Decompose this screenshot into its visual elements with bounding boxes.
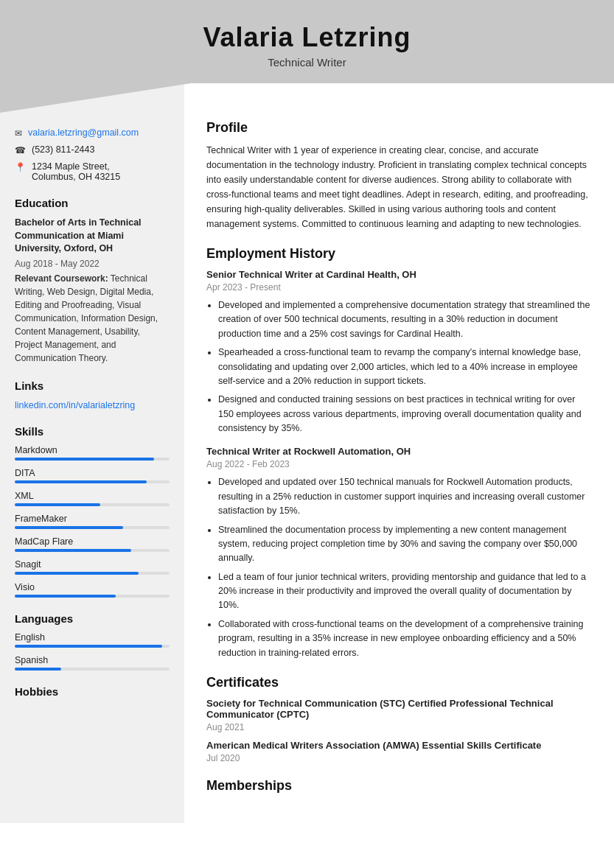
job-title: Technical Writer at Rockwell Automation,…: [206, 446, 592, 457]
education-title: Education: [15, 197, 170, 209]
certificates-section-title: Certificates: [206, 675, 592, 690]
skills-section: Skills Markdown DITA XML FrameMaker MadC…: [15, 425, 170, 598]
skill-bar-fill: [15, 458, 154, 461]
skill-bar-bg: [15, 595, 170, 598]
skill-item: DITA: [15, 468, 170, 483]
edu-degree: Bachelor of Arts in Technical Communicat…: [15, 217, 170, 256]
skill-bar-bg: [15, 572, 170, 575]
language-name: English: [15, 632, 170, 643]
cert-item: Society for Technical Communication (STC…: [206, 698, 592, 732]
bullet-item: Designed and conducted training sessions…: [218, 393, 592, 435]
phone-item: ☎ (523) 811-2443: [15, 144, 170, 155]
skill-item: Markdown: [15, 445, 170, 461]
job-date: Aug 2022 - Feb 2023: [206, 459, 592, 469]
address-text: 1234 Maple Street, Columbus, OH 43215: [32, 161, 120, 182]
job-item: Senior Technical Writer at Cardinal Heal…: [206, 269, 592, 435]
cert-date: Aug 2021: [206, 722, 592, 732]
language-item: Spanish: [15, 655, 170, 671]
email-icon: ✉: [15, 128, 22, 139]
jobs-list: Senior Technical Writer at Cardinal Heal…: [206, 269, 592, 660]
memberships-section-title: Memberships: [206, 778, 592, 794]
skill-item: XML: [15, 491, 170, 506]
language-bar-fill: [15, 668, 61, 671]
location-icon: 📍: [15, 162, 26, 172]
employment-section-title: Employment History: [206, 246, 592, 262]
contact-section: ✉ valaria.letzring@gmail.com ☎ (523) 811…: [15, 127, 170, 182]
skill-item: Visio: [15, 582, 170, 598]
skill-bar-fill: [15, 595, 116, 598]
edu-coursework: Relevant Coursework: Technical Writing, …: [15, 272, 170, 365]
main-layout: ✉ valaria.letzring@gmail.com ☎ (523) 811…: [0, 83, 614, 823]
languages-list: English Spanish: [15, 632, 170, 671]
skill-bar-bg: [15, 526, 170, 529]
candidate-name: Valaria Letzring: [15, 22, 599, 53]
job-bullets: Developed and implemented a comprehensiv…: [206, 298, 592, 435]
email-link[interactable]: valaria.letzring@gmail.com: [28, 127, 139, 138]
certs-list: Society for Technical Communication (STC…: [206, 698, 592, 763]
cert-title: Society for Technical Communication (STC…: [206, 698, 592, 720]
links-title: Links: [15, 379, 170, 392]
hobbies-title: Hobbies: [15, 685, 170, 698]
hobbies-section: Hobbies: [15, 685, 170, 698]
language-bar-fill: [15, 645, 162, 648]
skill-name: Snagit: [15, 559, 170, 570]
languages-title: Languages: [15, 612, 170, 625]
job-title: Senior Technical Writer at Cardinal Heal…: [206, 269, 592, 280]
sidebar: ✉ valaria.letzring@gmail.com ☎ (523) 811…: [0, 83, 184, 823]
skill-bar-fill: [15, 572, 139, 575]
languages-section: Languages English Spanish: [15, 612, 170, 671]
skill-name: Markdown: [15, 445, 170, 455]
language-bar-bg: [15, 668, 170, 671]
cert-title: American Medical Writers Association (AM…: [206, 740, 592, 751]
skill-item: Snagit: [15, 559, 170, 575]
bullet-item: Streamlined the documentation process by…: [218, 523, 592, 566]
profile-text: Technical Writer with 1 year of experien…: [206, 143, 592, 231]
address-item: 📍 1234 Maple Street, Columbus, OH 43215: [15, 161, 170, 182]
profile-section-title: Profile: [206, 120, 592, 136]
phone-icon: ☎: [15, 145, 26, 155]
candidate-title: Technical Writer: [15, 56, 599, 69]
email-item: ✉ valaria.letzring@gmail.com: [15, 127, 170, 139]
skill-bar-fill: [15, 503, 100, 506]
language-item: English: [15, 632, 170, 648]
skill-bar-bg: [15, 503, 170, 506]
bullet-item: Developed and updated over 150 technical…: [218, 475, 592, 518]
skill-bar-bg: [15, 549, 170, 552]
skill-bar-fill: [15, 480, 147, 483]
links-section: Links linkedin.com/in/valarialetzring: [15, 379, 170, 410]
edu-date: Aug 2018 - May 2022: [15, 259, 170, 269]
phone-text: (523) 811-2443: [32, 144, 94, 155]
education-section: Education Bachelor of Arts in Technical …: [15, 197, 170, 365]
language-bar-bg: [15, 645, 170, 648]
skills-list: Markdown DITA XML FrameMaker MadCap Flar…: [15, 445, 170, 598]
skill-bar-bg: [15, 480, 170, 483]
job-item: Technical Writer at Rockwell Automation,…: [206, 446, 592, 660]
language-name: Spanish: [15, 655, 170, 665]
skill-item: MadCap Flare: [15, 536, 170, 552]
skill-name: FrameMaker: [15, 514, 170, 524]
bullet-item: Led a team of four junior technical writ…: [218, 570, 592, 613]
bullet-item: Spearheaded a cross-functional team to r…: [218, 346, 592, 388]
bullet-item: Developed and implemented a comprehensiv…: [218, 298, 592, 341]
cert-item: American Medical Writers Association (AM…: [206, 740, 592, 763]
skill-name: DITA: [15, 468, 170, 478]
skill-name: XML: [15, 491, 170, 501]
skill-bar-fill: [15, 549, 131, 552]
job-date: Apr 2023 - Present: [206, 282, 592, 293]
bullet-item: Collaborated with cross-functional teams…: [218, 617, 592, 660]
main-content: Profile Technical Writer with 1 year of …: [184, 83, 614, 823]
skill-name: MadCap Flare: [15, 536, 170, 547]
skill-name: Visio: [15, 582, 170, 592]
skill-bar-bg: [15, 458, 170, 461]
job-bullets: Developed and updated over 150 technical…: [206, 475, 592, 660]
skill-item: FrameMaker: [15, 514, 170, 529]
linkedin-link[interactable]: linkedin.com/in/valarialetzring: [15, 400, 135, 410]
skills-title: Skills: [15, 425, 170, 438]
skill-bar-fill: [15, 526, 123, 529]
cert-date: Jul 2020: [206, 753, 592, 763]
page-header: Valaria Letzring Technical Writer: [0, 0, 614, 83]
